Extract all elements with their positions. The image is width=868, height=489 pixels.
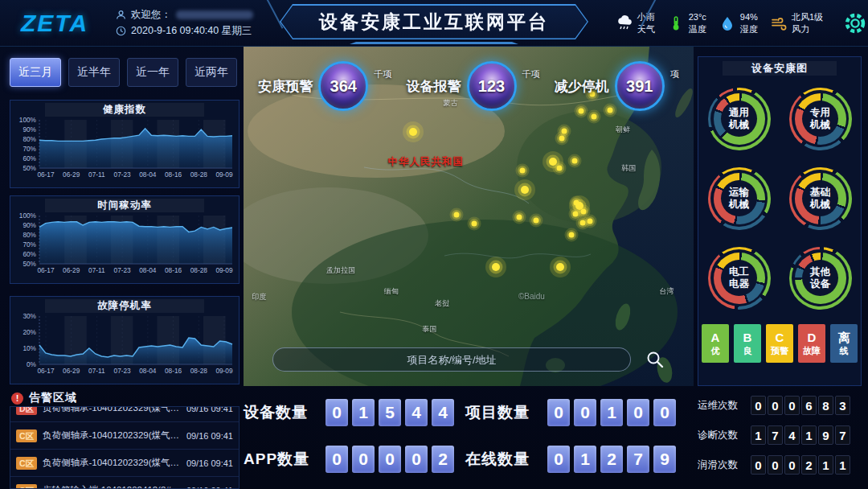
ops-digit-box: 0	[751, 396, 766, 415]
gauge-label: 通用机械	[708, 88, 771, 150]
gauge-通用机械: 通用机械	[708, 88, 771, 150]
counter-在线数量: 在线数量01279	[465, 446, 687, 473]
legend-故障: D故障	[798, 324, 825, 363]
panel-title: 设备安康图	[723, 61, 836, 76]
ops-digit-box: 8	[818, 396, 833, 415]
legend-良: B良	[734, 324, 761, 363]
legend-grade: A	[711, 331, 720, 345]
svg-text:70%: 70%	[23, 240, 36, 249]
title-underline	[350, 42, 518, 44]
alert-zone-badge: C区	[16, 457, 37, 470]
map-label-孟加拉国: 孟加拉国	[326, 265, 355, 276]
ops-digit-box: 9	[818, 425, 833, 445]
alert-zone-badge: C区	[16, 484, 37, 489]
gauge-label: 运输机械	[708, 167, 771, 230]
alert-area-title: 告警区域	[29, 391, 77, 405]
tab-近半年[interactable]: 近半年	[68, 58, 120, 87]
svg-text:08-04: 08-04	[139, 266, 157, 274]
country-label: 中华人民共和国	[388, 155, 465, 169]
device-counters: 设备数量01544项目数量00100APP数量00002在线数量01279	[244, 389, 694, 489]
search-icon[interactable]	[645, 350, 665, 369]
weather-label: 天气	[637, 23, 655, 35]
time-utilization-chart: 100%90%80%70%60%50%06-1706-2907-1107-230…	[10, 196, 240, 285]
tab-近三月[interactable]: 近三月	[10, 58, 61, 87]
alert-text: 负荷侧轴承-10401202329(煤气引风机电...	[43, 406, 182, 414]
legend-优: A优	[702, 324, 729, 363]
zeta-logo: ZETA	[21, 10, 88, 37]
dashboard: ZETA 欢迎您： 2020-9-16 09:40:40 星期三 小雨天气23°…	[0, 0, 868, 489]
map-label-老挝: 老挝	[435, 298, 449, 309]
ops-counters: 运维次数000683诊断次数174197润滑次数000211	[698, 396, 863, 485]
svg-text:07-23: 07-23	[114, 171, 132, 179]
ops-digits: 000683	[751, 396, 850, 415]
svg-text:07-11: 07-11	[88, 266, 105, 274]
ops-digit-box: 1	[751, 425, 766, 445]
humidity-drop-icon	[719, 14, 736, 32]
page-title: 设备安康工业互联网平台	[319, 10, 549, 35]
svg-text:20%: 20%	[23, 328, 36, 336]
digit-box: 7	[627, 446, 649, 473]
weather-text: 23°c温度	[689, 11, 706, 35]
kpi-unit: 项	[670, 68, 679, 80]
gauge-cell: 基础机械	[780, 158, 861, 238]
counter-digits: 01279	[547, 446, 676, 473]
tab-近两年[interactable]: 近两年	[186, 58, 237, 87]
svg-text:100%: 100%	[19, 116, 37, 124]
svg-text:10%: 10%	[23, 344, 36, 352]
alert-row[interactable]: D区负荷侧轴承-10401202329(煤气引风机电...09/16 09:41	[10, 406, 239, 422]
svg-text:90%: 90%	[23, 221, 36, 229]
kpi-value: 391	[626, 77, 653, 96]
svg-text:50%: 50%	[23, 164, 36, 172]
person-icon	[116, 10, 126, 20]
rain-cloud-icon	[616, 14, 633, 32]
ops-label: 诊断次数	[698, 429, 751, 442]
datetime: 2020-9-16 09:40:40 星期三	[131, 23, 252, 39]
map-label-台湾: 台湾	[659, 286, 674, 296]
time-range-tabs: 近三月近半年近一年近两年	[10, 58, 237, 87]
kpi-ring: 364	[318, 61, 368, 111]
counter-label: 在线数量	[465, 449, 547, 470]
kpi-value: 364	[330, 77, 357, 96]
svg-text:07-11: 07-11	[88, 171, 105, 179]
clock-icon	[116, 26, 126, 36]
gear-icon[interactable]	[842, 10, 868, 36]
alert-time: 09/16 09:41	[186, 458, 233, 468]
alert-time: 09/16 09:41	[186, 431, 233, 441]
svg-text:07-23: 07-23	[114, 266, 132, 274]
svg-text:70%: 70%	[23, 145, 36, 153]
digit-box: 5	[379, 399, 401, 426]
gauge-cell: 电工电器	[698, 238, 780, 318]
svg-text:09-09: 09-09	[215, 266, 233, 274]
search-input[interactable]	[272, 347, 631, 372]
tab-近一年[interactable]: 近一年	[127, 58, 178, 87]
digit-box: 4	[432, 399, 454, 426]
alert-row[interactable]: C区负荷侧轴承-10401202329(煤气引风机电...09/16 09:41	[10, 422, 239, 450]
svg-text:08-16: 08-16	[165, 171, 182, 179]
digit-box: 0	[627, 399, 649, 426]
svg-text:07-11: 07-11	[88, 367, 105, 375]
alert-list-box: D区负荷侧轴承-10401202329(煤气引风机电...09/16 09:41…	[10, 406, 240, 489]
ops-digit-box: 0	[751, 455, 766, 475]
svg-text:09-09: 09-09	[215, 171, 233, 179]
ops-digit-box: 1	[801, 425, 817, 445]
alert-row[interactable]: C区负荷侧轴承-10401202329(煤气引风机电...09/16 09:41	[10, 450, 239, 477]
kpi-减少停机: 减少停机391项	[555, 61, 679, 111]
wind-icon	[770, 14, 788, 32]
kpi-unit: 千项	[374, 68, 391, 80]
weather-text: 94%湿度	[740, 11, 758, 35]
ops-digit-box: 3	[835, 396, 850, 415]
ops-label: 润滑次数	[698, 458, 751, 472]
svg-text:07-23: 07-23	[114, 367, 132, 375]
baidu-watermark: ©Baidu	[518, 292, 545, 301]
chart-panel-fault-downtime: 故障停机率 30%20%10%0%06-1706-2907-1107-2308-…	[10, 296, 240, 384]
counter-digits: 00002	[326, 446, 454, 473]
ops-digit-box: 0	[768, 455, 783, 475]
alert-row[interactable]: C区齿轮箱输入端-10401202412(2#（2V）...09/16 09:4…	[10, 477, 239, 489]
digit-box: 0	[352, 446, 375, 473]
alert-text: 负荷侧轴承-10401202329(煤气引风机电...	[43, 429, 182, 442]
map-search-bar	[244, 346, 694, 373]
map-label-泰国: 泰国	[422, 323, 436, 334]
ops-digit-box: 7	[835, 425, 850, 445]
counter-label: 设备数量	[244, 402, 326, 423]
alert-icon: !	[11, 392, 23, 405]
